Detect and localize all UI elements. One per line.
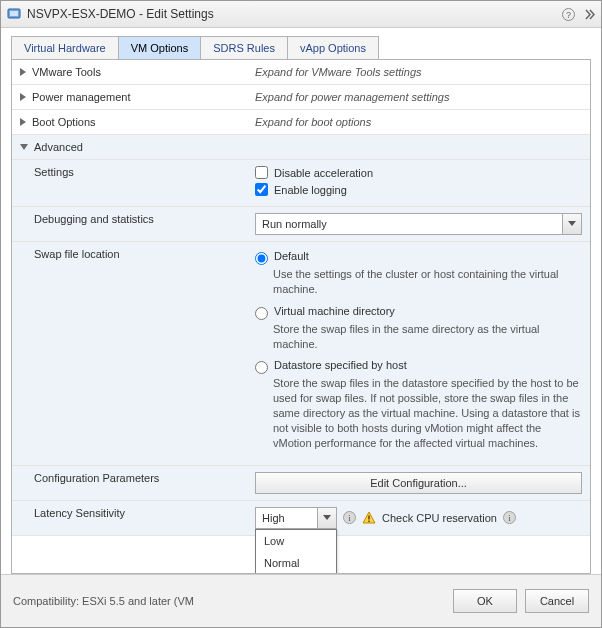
tab-vm-options[interactable]: VM Options [119, 37, 201, 59]
hint-vmware-tools: Expand for VMware Tools settings [247, 60, 590, 85]
options-pane: VMware Tools Expand for VMware Tools set… [11, 59, 591, 574]
tab-bar: Virtual Hardware VM Options SDRS Rules v… [11, 36, 379, 59]
row-latency: Latency Sensitivity High i Check CPU res… [12, 500, 590, 535]
select-debugging[interactable]: Run normally [255, 213, 582, 235]
svg-text:?: ? [565, 10, 570, 20]
row-swap-file: Swap file location Default Use the setti… [12, 242, 590, 466]
dialog-footer: Compatibility: ESXi 5.5 and later (VM OK… [1, 574, 601, 627]
chevron-down-icon [317, 508, 336, 528]
row-debugging: Debugging and statistics Run normally [12, 207, 590, 242]
svg-rect-6 [368, 515, 370, 519]
latency-dropdown: Low Normal Medium High [255, 529, 337, 574]
row-power-management: Power management Expand for power manage… [12, 85, 590, 110]
tab-sdrs-rules[interactable]: SDRS Rules [201, 37, 288, 59]
popout-icon[interactable] [581, 7, 595, 21]
warning-icon [362, 511, 376, 525]
dialog-body: Virtual Hardware VM Options SDRS Rules v… [1, 28, 601, 574]
label-debugging: Debugging and statistics [12, 207, 247, 242]
chevron-right-icon [20, 93, 26, 101]
vm-icon [7, 7, 21, 21]
radio-swap-default[interactable]: Default [255, 250, 582, 265]
expander-power-mgmt[interactable]: Power management [20, 91, 239, 103]
desc-swap-datastore: Store the swap files in the datastore sp… [273, 376, 582, 450]
desc-swap-vmdir: Store the swap files in the same directo… [273, 322, 582, 352]
hint-power-mgmt: Expand for power management settings [247, 85, 590, 110]
svg-rect-1 [10, 11, 18, 16]
label-latency: Latency Sensitivity [12, 500, 247, 535]
cancel-button[interactable]: Cancel [525, 589, 589, 613]
chevron-right-icon [20, 118, 26, 126]
help-icon[interactable]: ? [561, 7, 575, 21]
checkbox-disable-acceleration[interactable]: Disable acceleration [255, 166, 582, 179]
label-swap: Swap file location [12, 242, 247, 466]
row-settings: Settings Disable acceleration Enable log… [12, 160, 590, 207]
edit-settings-dialog: NSVPX-ESX-DEMO - Edit Settings ? Virtual… [0, 0, 602, 628]
row-vmware-tools: VMware Tools Expand for VMware Tools set… [12, 60, 590, 85]
hint-boot-options: Expand for boot options [247, 110, 590, 135]
radio-swap-datastore[interactable]: Datastore specified by host [255, 359, 582, 374]
compatibility-text: Compatibility: ESXi 5.5 and later (VM [13, 595, 445, 607]
desc-swap-default: Use the settings of the cluster or host … [273, 267, 582, 297]
info-icon[interactable]: i [503, 511, 516, 524]
expander-vmware-tools[interactable]: VMware Tools [20, 66, 239, 78]
tab-virtual-hardware[interactable]: Virtual Hardware [12, 37, 119, 59]
row-advanced: Advanced [12, 135, 590, 160]
warn-text: Check CPU reservation [382, 512, 497, 524]
edit-configuration-button[interactable]: Edit Configuration... [255, 472, 582, 494]
ok-button[interactable]: OK [453, 589, 517, 613]
checkbox-enable-logging[interactable]: Enable logging [255, 183, 582, 196]
row-boot-options: Boot Options Expand for boot options [12, 110, 590, 135]
chevron-down-icon [20, 144, 28, 150]
expander-advanced[interactable]: Advanced [20, 141, 239, 153]
info-icon[interactable]: i [343, 511, 356, 524]
dialog-title: NSVPX-ESX-DEMO - Edit Settings [27, 7, 555, 21]
row-config-params: Configuration Parameters Edit Configurat… [12, 465, 590, 500]
select-latency[interactable]: High [255, 507, 337, 529]
expander-boot-options[interactable]: Boot Options [20, 116, 239, 128]
chevron-down-icon [562, 214, 581, 234]
latency-option-low[interactable]: Low [256, 530, 336, 552]
label-settings: Settings [12, 160, 247, 207]
svg-rect-7 [368, 520, 370, 522]
chevron-right-icon [20, 68, 26, 76]
latency-option-normal[interactable]: Normal [256, 552, 336, 574]
titlebar: NSVPX-ESX-DEMO - Edit Settings ? [1, 1, 601, 28]
radio-swap-vmdir[interactable]: Virtual machine directory [255, 305, 582, 320]
tab-vapp-options[interactable]: vApp Options [288, 37, 378, 59]
label-config-params: Configuration Parameters [12, 465, 247, 500]
